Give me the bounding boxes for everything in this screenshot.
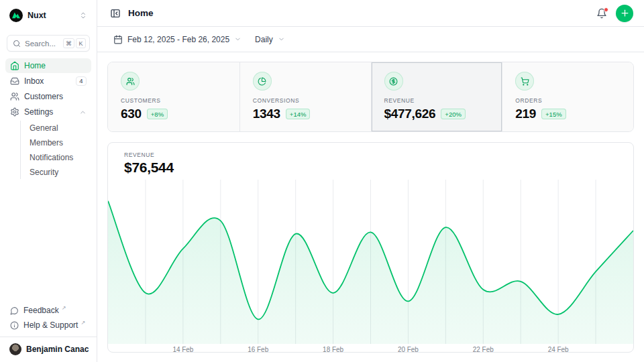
- pie-chart-icon: [258, 77, 266, 86]
- chevron-down-icon: [234, 36, 241, 43]
- sidebar-item-label: Settings: [24, 107, 74, 117]
- workspace-name: Nuxt: [28, 11, 74, 20]
- stat-card-revenue[interactable]: REVENUE $477,626 +20%: [371, 62, 502, 131]
- add-button[interactable]: [616, 5, 633, 22]
- stat-delta-badge: +20%: [441, 109, 466, 119]
- inbox-icon: [10, 76, 19, 86]
- stat-value: $477,626: [384, 107, 436, 121]
- dashboard-content: CUSTOMERS 630 +8% CONVERSIONS 1343 +14%: [97, 52, 644, 362]
- area-chart-svg: 14 Feb16 Feb18 Feb20 Feb22 Feb24 Feb: [108, 180, 633, 353]
- stat-label: REVENUE: [384, 97, 490, 104]
- chart-total-value: $76,544: [124, 160, 617, 176]
- notification-dot: [604, 7, 608, 12]
- gear-icon: [10, 107, 19, 117]
- chart-header: REVENUE $76,544: [108, 143, 633, 180]
- main-panel: Home Feb 12, 2025 - Feb 26, 2025 Daily: [97, 0, 644, 362]
- users-icon: [126, 77, 135, 86]
- stat-delta-badge: +8%: [147, 109, 168, 119]
- stat-delta-badge: +15%: [541, 109, 566, 119]
- plus-icon: [620, 8, 630, 18]
- user-menu[interactable]: Benjamin Canac: [5, 342, 91, 357]
- stat-label: ORDERS: [515, 97, 621, 104]
- stat-delta-badge: +14%: [286, 109, 311, 119]
- user-name: Benjamin Canac: [26, 345, 89, 354]
- sidebar-item-customers[interactable]: Customers: [5, 89, 91, 104]
- stat-value: 219: [515, 107, 536, 121]
- sidebar-item-settings[interactable]: Settings: [5, 105, 91, 119]
- svg-text:20 Feb: 20 Feb: [398, 346, 419, 353]
- avatar: [9, 343, 21, 355]
- nuxt-logo-icon: [9, 9, 23, 22]
- search-input[interactable]: Search... ⌘K: [7, 35, 90, 52]
- sidebar-item-inbox[interactable]: Inbox 4: [5, 74, 91, 88]
- feedback-link[interactable]: Feedback ↗: [5, 303, 91, 318]
- sidebar: Nuxt Search... ⌘K Home Inbox 4: [0, 0, 97, 362]
- period-value: Daily: [255, 35, 273, 44]
- dollar-circle-icon: [389, 77, 398, 86]
- chevron-up-icon: [79, 109, 87, 116]
- home-icon: [10, 61, 19, 70]
- sidebar-item-label: Inbox: [24, 76, 71, 86]
- revenue-chart-card: REVENUE $76,544 14 Feb16 Feb18 Feb20 Feb…: [107, 142, 634, 353]
- help-support-label: Help & Support: [23, 320, 78, 330]
- stat-value: 1343: [253, 107, 280, 121]
- stat-card-conversions[interactable]: CONVERSIONS 1343 +14%: [239, 62, 371, 131]
- users-icon: [10, 92, 19, 101]
- sidebar-item-notifications[interactable]: Notifications: [21, 150, 91, 164]
- cart-icon: [521, 77, 529, 86]
- app-window: Nuxt Search... ⌘K Home Inbox 4: [0, 0, 644, 362]
- sidebar-item-general[interactable]: General: [21, 121, 91, 135]
- sidebar-item-label: Home: [24, 61, 87, 70]
- kbd-k: K: [76, 38, 86, 48]
- svg-text:24 Feb: 24 Feb: [548, 346, 569, 353]
- stat-label: CUSTOMERS: [121, 97, 227, 104]
- revenue-area-chart[interactable]: 14 Feb16 Feb18 Feb20 Feb22 Feb24 Feb: [108, 180, 633, 352]
- sidebar-user-section: Benjamin Canac: [0, 337, 97, 362]
- collapse-sidebar-button[interactable]: [108, 6, 123, 21]
- kbd-cmd: ⌘: [63, 38, 74, 48]
- panel-left-close-icon: [110, 8, 121, 19]
- external-link-icon: ↗: [62, 305, 66, 311]
- stat-label: CONVERSIONS: [253, 97, 358, 104]
- chevron-down-icon: [278, 36, 285, 43]
- filter-toolbar: Feb 12, 2025 - Feb 26, 2025 Daily: [97, 27, 644, 52]
- stat-card-orders[interactable]: ORDERS 219 +15%: [502, 62, 633, 131]
- search-icon: [13, 40, 21, 48]
- sidebar-item-label: Customers: [24, 92, 87, 101]
- page-title: Home: [128, 8, 154, 18]
- top-header: Home: [97, 0, 644, 27]
- svg-text:22 Feb: 22 Feb: [473, 346, 494, 353]
- workspace-switcher[interactable]: Nuxt: [5, 5, 91, 25]
- feedback-label: Feedback: [23, 306, 59, 315]
- sidebar-item-security[interactable]: Security: [21, 165, 91, 179]
- sidebar-nav: Home Inbox 4 Customers Settings Ge: [5, 58, 91, 179]
- date-range-value: Feb 12, 2025 - Feb 26, 2025: [127, 35, 229, 44]
- chevrons-up-down-icon: [79, 11, 87, 19]
- stat-card-customers[interactable]: CUSTOMERS 630 +8%: [108, 62, 239, 131]
- svg-text:18 Feb: 18 Feb: [323, 346, 343, 353]
- settings-submenu: General Members Notifications Security: [20, 121, 91, 179]
- stats-row: CUSTOMERS 630 +8% CONVERSIONS 1343 +14%: [107, 62, 634, 132]
- svg-text:16 Feb: 16 Feb: [248, 346, 268, 353]
- notifications-button[interactable]: [594, 6, 609, 21]
- sidebar-item-members[interactable]: Members: [21, 135, 91, 149]
- period-select[interactable]: Daily: [250, 32, 290, 48]
- external-link-icon: ↗: [80, 320, 85, 326]
- calendar-icon: [113, 35, 123, 44]
- search-placeholder: Search...: [25, 40, 59, 48]
- info-circle-icon: [10, 321, 19, 330]
- search-shortcut: ⌘K: [63, 38, 86, 49]
- message-bubble-icon: [10, 306, 19, 315]
- sidebar-footer: Feedback ↗ Help & Support ↗: [0, 299, 97, 333]
- date-range-picker[interactable]: Feb 12, 2025 - Feb 26, 2025: [108, 32, 247, 48]
- sidebar-item-home[interactable]: Home: [5, 58, 91, 73]
- help-support-link[interactable]: Help & Support ↗: [5, 318, 91, 333]
- chart-label: REVENUE: [124, 152, 617, 158]
- svg-text:14 Feb: 14 Feb: [172, 346, 193, 353]
- stat-value: 630: [121, 107, 142, 121]
- inbox-count-badge: 4: [76, 76, 87, 86]
